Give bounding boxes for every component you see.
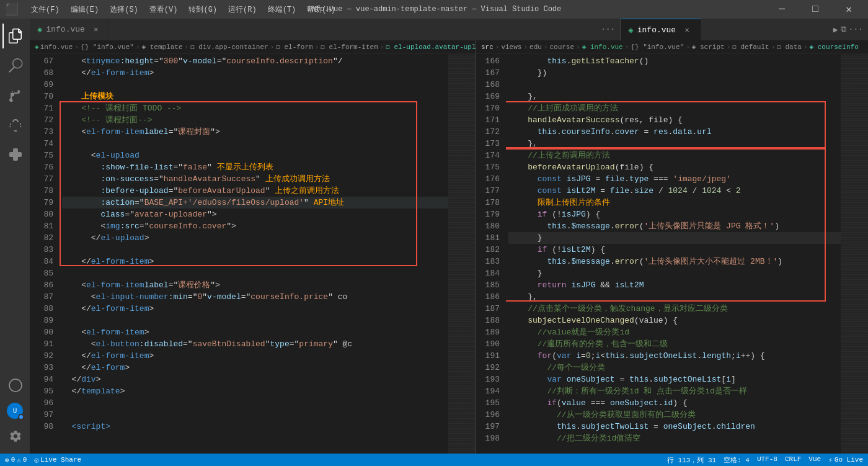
right-line-173: }, xyxy=(508,138,841,150)
run-icon[interactable]: ▶ xyxy=(833,25,838,35)
vscode-logo: ⬛ xyxy=(5,2,19,16)
code-line-71: <!-- 课程封面 TODO --> xyxy=(62,102,448,114)
right-tab-label: info.vue xyxy=(637,25,676,35)
right-tab-close[interactable]: ✕ xyxy=(682,25,692,35)
code-line-76: :show-file-list="false" 不显示上传列表 xyxy=(62,161,448,173)
code-line-90: <el-form-item> xyxy=(62,326,448,338)
left-code-lines: <tinymce :height="300" v-model="courseIn… xyxy=(60,54,448,454)
menu-file[interactable]: 文件(F) xyxy=(26,3,64,16)
error-icon: ⊗ xyxy=(5,456,9,464)
left-minimap[interactable] xyxy=(448,54,476,454)
window-title: info.vue — vue-admin-template-master — V… xyxy=(307,5,561,14)
menu-terminal[interactable]: 终端(T) xyxy=(263,3,301,16)
left-tab-label: info.vue xyxy=(46,25,84,34)
right-line-195: if(value === oneSubject.id) { xyxy=(508,397,841,409)
maximize-button[interactable]: □ xyxy=(801,0,830,19)
cursor-position[interactable]: 行 113，列 31 xyxy=(667,455,716,465)
right-line-167: }) xyxy=(508,67,841,79)
minimize-button[interactable]: ─ xyxy=(768,0,796,19)
right-line-197: this.subjectTwoList = oneSubject.childre… xyxy=(508,421,841,432)
right-line-187: //点击某个一级分类，触发change，显示对应二级分类 xyxy=(508,303,841,315)
right-tab-info-vue[interactable]: ◈ info.vue ✕ xyxy=(621,19,701,40)
code-line-88: </el-form-item> xyxy=(62,303,448,315)
code-line-68: </el-form-item> xyxy=(62,67,448,79)
right-code-area: 166 167 168 169 170 171 172 173 174 175 … xyxy=(476,54,868,454)
live-share[interactable]: ◎ Live Share xyxy=(34,456,81,464)
right-breadcrumb: src › views › edu › course › ◈ info.vue … xyxy=(476,40,868,54)
activity-bar: U xyxy=(0,19,30,454)
left-tab-close[interactable]: ✕ xyxy=(91,25,101,35)
right-ellipsis[interactable]: ··· xyxy=(849,25,863,34)
code-line-73: <el-form-item label="课程封面"> xyxy=(62,126,448,138)
right-line-186: }, xyxy=(508,291,841,303)
right-line-182: if (!isLt2M) { xyxy=(508,244,841,256)
left-line-numbers: 67 68 69 70 71 72 73 74 75 76 77 78 79 8… xyxy=(30,54,60,454)
left-editor-ellipsis[interactable]: ··· xyxy=(601,25,615,34)
right-line-189: //value就是一级分类id xyxy=(508,326,841,338)
code-line-80: class="avatar-uploader"> xyxy=(62,208,448,220)
activity-settings[interactable] xyxy=(2,424,27,449)
code-line-81: <img :src="courseInfo.cover"> xyxy=(62,220,448,232)
code-line-82: </el-upload> xyxy=(62,232,448,244)
code-line-69 xyxy=(62,79,448,91)
go-live[interactable]: ⚡ Go Live xyxy=(828,455,863,465)
right-minimap[interactable] xyxy=(841,54,868,454)
activity-search[interactable] xyxy=(2,53,27,78)
right-line-185: return isJPG && isLt2M xyxy=(508,279,841,291)
tabs-container: ◈ info.vue ✕ ··· ◈ info.vue ✕ ▶ ⧉ ··· xyxy=(30,19,868,40)
status-bar: ⊗ 0 ⚠ 0 ◎ Live Share 行 113，列 31 空格: 4 UT… xyxy=(0,454,868,466)
left-breadcrumb: ◈ info.vue › {} "info.vue" › ◈ template … xyxy=(30,40,476,54)
right-editor-pane: src › views › edu › course › ◈ info.vue … xyxy=(476,40,868,454)
title-bar: ⬛ 文件(F) 编辑(E) 选择(S) 查看(V) 转到(G) 运行(R) 终端… xyxy=(0,0,868,19)
code-line-94: </div> xyxy=(62,374,448,385)
right-line-176: const isJPG = file.type === 'image/jpeg' xyxy=(508,173,841,185)
menu-goto[interactable]: 转到(G) xyxy=(184,3,222,16)
menu-select[interactable]: 选择(S) xyxy=(105,3,143,16)
menu-view[interactable]: 查看(V) xyxy=(144,3,183,16)
code-line-89 xyxy=(62,315,448,326)
left-tab-info-vue[interactable]: ◈ info.vue ✕ xyxy=(30,19,109,40)
code-line-84: </el-form-item> xyxy=(62,256,448,267)
code-line-95: </template> xyxy=(62,385,448,397)
code-line-87: <el-input-number :min="0" v-model="cours… xyxy=(62,291,448,303)
right-line-190: //遍历所有的分类，包含一级和二级 xyxy=(508,338,841,350)
code-line-79: :action="BASE_API+'/eduOss/fileOss/uploa… xyxy=(62,197,448,208)
right-line-193: var oneSubject = this.subjectOneList[i] xyxy=(508,374,841,385)
vue-icon: ◈ xyxy=(37,24,42,35)
menu-run[interactable]: 运行(R) xyxy=(223,3,262,16)
activity-source-control[interactable] xyxy=(2,83,27,108)
menu-edit[interactable]: 编辑(E) xyxy=(66,3,104,16)
right-line-191: for(var i=0;i<this.subjectOneList.length… xyxy=(508,350,841,362)
code-line-67: <tinymce :height="300" v-model="courseIn… xyxy=(62,55,448,67)
activity-explorer[interactable] xyxy=(2,24,27,48)
right-line-171: handleAvatarSuccess(res, file) { xyxy=(508,114,841,126)
right-line-172: this.courseInfo.cover = res.data.url xyxy=(508,126,841,138)
code-line-72: <!-- 课程封面--> xyxy=(62,114,448,126)
error-count[interactable]: ⊗ 0 ⚠ 0 xyxy=(5,456,27,464)
code-line-96 xyxy=(62,397,448,409)
right-line-178: 限制上传图片的条件 xyxy=(508,197,841,208)
split-icon[interactable]: ⧉ xyxy=(841,25,846,34)
vue-icon-right: ◈ xyxy=(628,25,633,35)
right-line-175: beforeAvatarUpload(file) { xyxy=(508,161,841,173)
right-line-166: this.getListTeacher() xyxy=(508,55,841,67)
code-line-78: :before-upload="beforeAvatarUpload" 上传之前… xyxy=(62,185,448,197)
activity-extensions[interactable] xyxy=(2,143,27,168)
live-share-icon: ◎ xyxy=(34,456,38,464)
right-line-168 xyxy=(508,79,841,91)
right-line-192: //每个一级分类 xyxy=(508,362,841,374)
activity-remote[interactable] xyxy=(2,373,27,398)
code-line-85 xyxy=(62,267,448,279)
line-ending[interactable]: CRLF xyxy=(785,455,801,465)
right-line-183: this.$message.error('上传头像图片大小不能超过 2MB！') xyxy=(508,256,841,267)
right-line-180: this.$message.error('上传头像图片只能是 JPG 格式！') xyxy=(508,220,841,232)
avatar[interactable]: U xyxy=(7,403,23,419)
language-mode[interactable]: Vue xyxy=(808,455,821,465)
right-line-179: if (!isJPG) { xyxy=(508,208,841,220)
right-line-181: } xyxy=(508,232,841,244)
encoding[interactable]: UTF-8 xyxy=(757,455,777,465)
close-button[interactable]: ✕ xyxy=(835,0,863,19)
code-line-86: <el-form-item label="课程价格"> xyxy=(62,279,448,291)
activity-debug[interactable] xyxy=(2,113,27,138)
spaces[interactable]: 空格: 4 xyxy=(724,455,750,465)
